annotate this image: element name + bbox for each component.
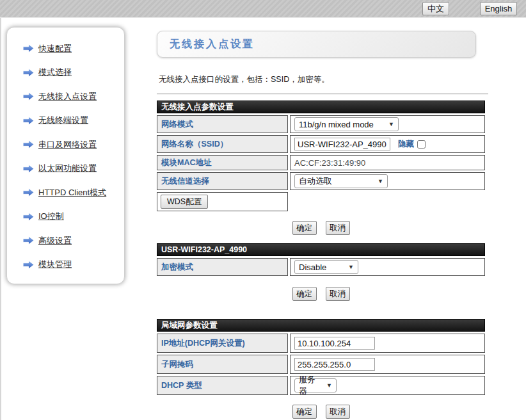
channel-label: 无线信道选择 bbox=[157, 172, 288, 190]
table-row-mask: 子网掩码 bbox=[157, 355, 485, 374]
security-table: USR-WIFI232-AP_4990 加密模式 Disable ▼ bbox=[157, 243, 485, 276]
ok-button[interactable]: 确定 bbox=[292, 405, 317, 419]
sidebar-item-ethernet[interactable]: 以太网功能设置 bbox=[7, 157, 124, 181]
security-table-header: USR-WIFI232-AP_4990 bbox=[157, 243, 485, 256]
mac-address-value: AC:CF:23:31:49:90 bbox=[294, 158, 365, 168]
lan-buttons-bar: 确定 取消 bbox=[157, 405, 485, 419]
ip-label: IP地址(DHCP网关设置) bbox=[157, 334, 288, 353]
table-row-ssid: 网络名称（SSID） 隐藏 bbox=[157, 135, 485, 153]
ip-input[interactable] bbox=[294, 337, 375, 350]
chevron-down-icon: ▼ bbox=[348, 264, 354, 270]
wds-config-button[interactable]: WDS配置 bbox=[161, 195, 208, 209]
table-row-network-mode: 网络模式 11b/g/n mixed mode ▼ bbox=[157, 115, 485, 133]
sidebar-item-io-control[interactable]: IO控制 bbox=[7, 205, 124, 229]
english-language-button[interactable]: English bbox=[480, 2, 517, 15]
lan-table-header: 局域网参数设置 bbox=[157, 319, 485, 332]
wds-config-row: WDS配置 bbox=[157, 192, 288, 211]
channel-select[interactable]: 自动选取 ▼ bbox=[294, 174, 388, 188]
encryption-label: 加密模式 bbox=[157, 258, 288, 276]
arrow-icon bbox=[22, 236, 35, 245]
dhcp-type-select[interactable]: 服务器 ▼ bbox=[294, 378, 337, 392]
sidebar-item-advanced[interactable]: 高级设置 bbox=[7, 229, 124, 253]
mask-label: 子网掩码 bbox=[157, 355, 288, 374]
sidebar-item-sta-settings[interactable]: 无线终端设置 bbox=[7, 109, 124, 133]
sidebar-item-label: 快速配置 bbox=[38, 43, 72, 54]
ok-button[interactable]: 确定 bbox=[292, 287, 317, 301]
chinese-language-button[interactable]: 中文 bbox=[422, 2, 449, 15]
sidebar-item-ap-settings[interactable]: 无线接入点设置 bbox=[7, 85, 124, 109]
arrow-icon bbox=[22, 164, 35, 174]
table-row-encryption: 加密模式 Disable ▼ bbox=[157, 258, 485, 276]
ap-parameters-table: 无线接入点参数设置 网络模式 11b/g/n mixed mode ▼ 网络名称… bbox=[157, 101, 485, 211]
ssid-label: 网络名称（SSID） bbox=[157, 135, 288, 153]
cancel-button[interactable]: 取消 bbox=[326, 287, 350, 301]
sidebar-item-label: HTTPD Client模式 bbox=[38, 187, 106, 198]
sidebar-nav: 快速配置 模式选择 无线接入点设置 无线终端设置 串口及网络设置 以太网功能设置… bbox=[6, 27, 125, 284]
table-row-dhcp: DHCP 类型 服务器 ▼ bbox=[157, 376, 485, 395]
sidebar-item-label: 高级设置 bbox=[38, 235, 72, 246]
hide-ssid-group: 隐藏 bbox=[398, 139, 426, 150]
mac-cell: AC:CF:23:31:49:90 bbox=[290, 155, 485, 170]
arrow-icon bbox=[22, 212, 35, 222]
chevron-down-icon: ▼ bbox=[378, 178, 383, 184]
page-title-box: 无线接入点设置 bbox=[157, 31, 476, 58]
sidebar-item-label: 模式选择 bbox=[38, 67, 72, 78]
sidebar-item-label: IO控制 bbox=[38, 211, 64, 222]
network-mode-label: 网络模式 bbox=[157, 115, 288, 133]
sidebar-item-serial-network[interactable]: 串口及网络设置 bbox=[7, 133, 124, 157]
cancel-button[interactable]: 取消 bbox=[326, 221, 350, 235]
arrow-icon bbox=[22, 44, 35, 53]
table-row-ip: IP地址(DHCP网关设置) bbox=[157, 334, 485, 353]
ap-table-header: 无线接入点参数设置 bbox=[157, 101, 485, 113]
security-buttons-bar: 确定 取消 bbox=[157, 287, 485, 301]
network-mode-cell: 11b/g/n mixed mode ▼ bbox=[290, 115, 485, 133]
sidebar-item-label: 以太网功能设置 bbox=[38, 163, 97, 174]
main-content: 无线接入点设置 无线接入点接口的设置，包括：SSID，加密等。 无线接入点参数设… bbox=[157, 31, 485, 419]
mac-label: 模块MAC地址 bbox=[157, 155, 288, 170]
page-title: 无线接入点设置 bbox=[157, 38, 255, 51]
sidebar-item-label: 串口及网络设置 bbox=[38, 139, 97, 150]
channel-cell: 自动选取 ▼ bbox=[290, 172, 485, 190]
ip-cell bbox=[290, 334, 485, 353]
divider bbox=[157, 93, 488, 95]
mask-input[interactable] bbox=[294, 358, 375, 371]
chevron-down-icon: ▼ bbox=[388, 121, 394, 127]
ap-buttons-bar: 确定 取消 bbox=[157, 221, 485, 235]
ok-button[interactable]: 确定 bbox=[292, 221, 317, 235]
sidebar-item-quick-config[interactable]: 快速配置 bbox=[7, 36, 124, 61]
encryption-cell: Disable ▼ bbox=[290, 258, 485, 276]
arrow-icon bbox=[22, 140, 35, 149]
ssid-input[interactable] bbox=[294, 138, 390, 150]
page-left-edge bbox=[0, 18, 1, 420]
sidebar-item-label: 无线接入点设置 bbox=[38, 91, 97, 102]
table-row-channel: 无线信道选择 自动选取 ▼ bbox=[157, 172, 485, 190]
ssid-cell: 隐藏 bbox=[290, 135, 485, 153]
arrow-icon bbox=[22, 116, 35, 125]
arrow-icon bbox=[22, 92, 35, 101]
lan-table: 局域网参数设置 IP地址(DHCP网关设置) 子网掩码 DHCP 类型 服务器 … bbox=[157, 319, 485, 395]
network-mode-select[interactable]: 11b/g/n mixed mode ▼ bbox=[294, 117, 399, 131]
sidebar-item-httpd-client[interactable]: HTTPD Client模式 bbox=[7, 181, 124, 205]
dhcp-cell: 服务器 ▼ bbox=[290, 376, 485, 395]
arrow-icon bbox=[22, 188, 35, 197]
encryption-select[interactable]: Disable ▼ bbox=[294, 260, 358, 274]
arrow-icon bbox=[22, 68, 35, 77]
cancel-button[interactable]: 取消 bbox=[326, 405, 350, 419]
sidebar-item-label: 无线终端设置 bbox=[38, 115, 88, 126]
sidebar-item-label: 模块管理 bbox=[38, 259, 72, 270]
arrow-icon bbox=[22, 260, 35, 270]
hide-ssid-label: 隐藏 bbox=[398, 139, 414, 150]
dhcp-label: DHCP 类型 bbox=[157, 376, 288, 395]
hide-ssid-checkbox[interactable] bbox=[417, 140, 426, 149]
page-description: 无线接入点接口的设置，包括：SSID，加密等。 bbox=[159, 74, 485, 85]
sidebar-item-mode-select[interactable]: 模式选择 bbox=[7, 61, 124, 85]
chevron-down-icon: ▼ bbox=[326, 382, 332, 389]
top-language-band: 中文 English bbox=[0, 0, 526, 18]
mask-cell bbox=[290, 355, 485, 374]
sidebar-item-module-mgmt[interactable]: 模块管理 bbox=[7, 253, 124, 277]
table-row-mac: 模块MAC地址 AC:CF:23:31:49:90 bbox=[157, 155, 485, 170]
